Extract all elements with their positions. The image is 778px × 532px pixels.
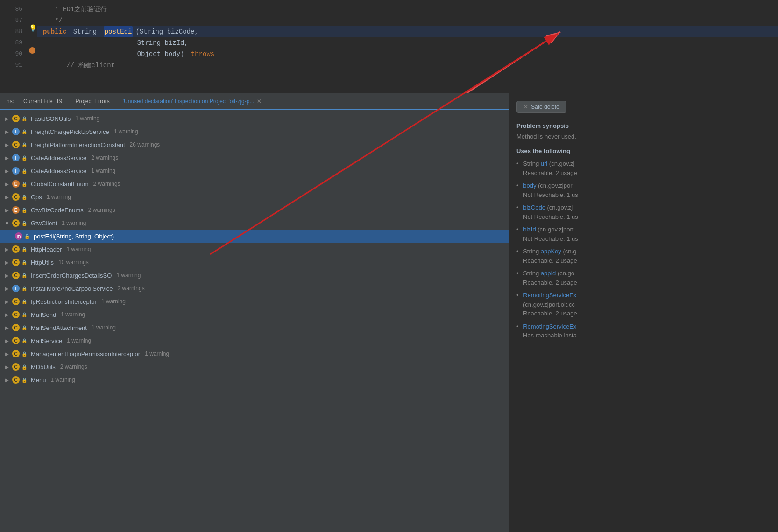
chevron-icon: ▶ xyxy=(4,142,10,147)
tree-item-menu[interactable]: ▶ C 🔒 Menu 1 warning xyxy=(0,373,509,386)
class-icon: C xyxy=(12,376,20,384)
code-line-88: public String postEdi (String bizCode, xyxy=(37,26,778,37)
interface-icon: I xyxy=(12,154,20,161)
class-icon: C xyxy=(12,115,20,122)
body-link[interactable]: body xyxy=(523,182,536,189)
lock-icon: 🔒 xyxy=(21,378,27,383)
item-label: GateAddressService xyxy=(31,168,86,175)
class-icon: C xyxy=(12,259,20,266)
lock-icon: 🔒 xyxy=(21,351,27,357)
tree-item-freight-platform[interactable]: ▶ C 🔒 FreightPlatformInteractionConstant… xyxy=(0,138,509,151)
item-warning: 2 warnings xyxy=(93,181,120,187)
bullet: • xyxy=(516,204,519,211)
tree-item-global-constant[interactable]: ▶ E 🔒 GlobalConstantEnum 2 warnings xyxy=(0,177,509,190)
chevron-icon: ▶ xyxy=(4,155,10,161)
chevron-icon: ▶ xyxy=(4,260,10,265)
lock-icon: 🔒 xyxy=(21,325,27,330)
uses-item-app-id: • String appId (cn.go Reachable. 2 usage xyxy=(516,269,771,287)
problem-panel: ✕ Safe delete Problem synopsis Method is… xyxy=(509,93,778,532)
tree-item-gtw-client[interactable]: ▼ C 🔒 GtwClient 1 warning xyxy=(0,217,509,230)
tree-item-md5-utils[interactable]: ▶ C 🔒 MD5Utils 2 warnings xyxy=(0,360,509,373)
class-icon: C xyxy=(12,337,20,344)
interface-icon: I xyxy=(12,167,20,175)
item-warning: 1 warning xyxy=(62,220,86,226)
item-warning: 1 warning xyxy=(116,272,141,279)
tree-item-gate-address-2[interactable]: ▶ I 🔒 GateAddressService 1 warning xyxy=(0,164,509,177)
tab-bar: ns: Current File 19 Project Errors 'Unus… xyxy=(0,93,509,110)
bullet: • xyxy=(516,292,519,299)
item-label: ManagementLoginPermissionInterceptor xyxy=(31,350,140,357)
chevron-icon: ▼ xyxy=(4,221,10,226)
item-label: HttpHeader xyxy=(31,246,62,253)
lock-icon: 🔒 xyxy=(21,260,27,265)
chevron-icon: ▶ xyxy=(4,351,10,357)
uses-item-remoting-2: • RemotingServiceEx Has reachable insta xyxy=(516,322,771,340)
bullet: • xyxy=(516,323,519,330)
tree-item-http-utils[interactable]: ▶ C 🔒 HttpUtils 10 warnings xyxy=(0,256,509,269)
code-line-87: */ xyxy=(37,15,778,26)
tree-list[interactable]: ▶ C 🔒 FastJSONUtils 1 warning ▶ I 🔒 Frei… xyxy=(0,110,509,532)
biz-id-link[interactable]: bizId xyxy=(523,226,536,233)
tab-current-file[interactable]: Current File 19 xyxy=(17,93,69,110)
method-icon: m xyxy=(15,232,22,240)
item-warning: 1 warning xyxy=(47,194,71,200)
tab-unused-declaration[interactable]: 'Unused declaration' Inspection on Proje… xyxy=(116,93,269,110)
code-line-90: Object body) throws xyxy=(37,49,778,60)
problem-synopsis-text: Method is never used. xyxy=(516,133,771,140)
tree-item-gps[interactable]: ▶ C 🔒 Gps 1 warning xyxy=(0,190,509,203)
lock-icon: 🔒 xyxy=(21,195,27,200)
remoting-ex-1-link[interactable]: RemotingServiceEx xyxy=(523,292,576,299)
lightbulb-icon[interactable]: 💡 xyxy=(29,24,37,32)
item-label: GateAddressService xyxy=(31,154,86,161)
class-icon: C xyxy=(12,245,20,253)
bullet: • xyxy=(516,160,519,167)
code-editor: 86 87 88 89 90 91 💡 * ED1之前验证行 */ public… xyxy=(0,0,778,93)
item-label: MailService xyxy=(31,337,62,344)
tree-item-freight-charge[interactable]: ▶ I 🔒 FreightChargePickUpService 1 warni… xyxy=(0,125,509,138)
item-label: InstallMoreAndCarpoolService xyxy=(31,285,113,292)
chevron-icon: ▶ xyxy=(4,273,10,278)
lock-icon: 🔒 xyxy=(21,142,27,147)
editor-gutter: 💡 xyxy=(28,0,37,93)
tree-item-fast-json[interactable]: ▶ C 🔒 FastJSONUtils 1 warning xyxy=(0,112,509,125)
chevron-icon: ▶ xyxy=(4,116,10,121)
code-line-89: String bizId, xyxy=(37,37,778,49)
tree-item-mail-send[interactable]: ▶ C 🔒 MailSend 1 warning xyxy=(0,308,509,321)
item-label: HttpUtils xyxy=(31,259,54,266)
uses-item-app-key: • String appKey (cn.g Reachable. 2 usage xyxy=(516,247,771,265)
url-link[interactable]: url xyxy=(541,160,547,167)
safe-delete-button[interactable]: ✕ Safe delete xyxy=(516,101,566,113)
item-warning: 10 warnings xyxy=(58,259,89,266)
tree-item-install-more[interactable]: ▶ I 🔒 InstallMoreAndCarpoolService 2 war… xyxy=(0,282,509,295)
line-num-89: 89 xyxy=(6,37,22,49)
tree-item-post-edi[interactable]: m 🔒 postEdi(String, String, Object) xyxy=(0,230,509,243)
tree-item-mail-service[interactable]: ▶ C 🔒 MailService 1 warning xyxy=(0,334,509,347)
tree-item-mail-send-attachment[interactable]: ▶ C 🔒 MailSendAttachment 1 warning xyxy=(0,321,509,334)
tree-item-gate-address-1[interactable]: ▶ I 🔒 GateAddressService 2 warnings xyxy=(0,151,509,164)
breakpoint-icon[interactable] xyxy=(29,47,35,54)
line-num-91: 91 xyxy=(6,60,22,71)
uses-item-remoting-1: • RemotingServiceEx (cn.gov.zjport.oit.c… xyxy=(516,291,771,318)
tree-item-ip-restrictions[interactable]: ▶ C 🔒 IpRestrictionsInterceptor 1 warnin… xyxy=(0,295,509,308)
biz-code-link[interactable]: bizCode xyxy=(523,204,545,211)
tab-project-errors[interactable]: Project Errors xyxy=(69,93,116,110)
item-label: FastJSONUtils xyxy=(31,115,71,122)
chevron-icon: ▶ xyxy=(4,312,10,317)
problem-synopsis-title: Problem synopsis xyxy=(516,122,771,129)
item-label: postEdi(String, String, Object) xyxy=(34,233,114,240)
remoting-ex-2-link[interactable]: RemotingServiceEx xyxy=(523,323,576,330)
x-icon: ✕ xyxy=(523,104,528,110)
tab-close-icon[interactable]: ✕ xyxy=(257,98,262,105)
lock-icon: 🔒 xyxy=(21,116,27,121)
tree-item-http-header[interactable]: ▶ C 🔒 HttpHeader 1 warning xyxy=(0,243,509,256)
chevron-icon: ▶ xyxy=(4,208,10,213)
bullet: • xyxy=(516,270,519,277)
lock-icon: 🔒 xyxy=(21,338,27,343)
app-key-link[interactable]: appKey xyxy=(541,248,561,255)
tree-item-management-login[interactable]: ▶ C 🔒 ManagementLoginPermissionIntercept… xyxy=(0,347,509,360)
app-id-link[interactable]: appId xyxy=(541,270,556,277)
tree-item-insert-order[interactable]: ▶ C 🔒 InsertOrderChargesDetailsSO 1 warn… xyxy=(0,269,509,282)
interface-icon: I xyxy=(12,285,20,292)
tree-item-gtw-biz[interactable]: ▶ E 🔒 GtwBizCodeEnums 2 warnings xyxy=(0,203,509,217)
lock-icon: 🔒 xyxy=(21,208,27,213)
